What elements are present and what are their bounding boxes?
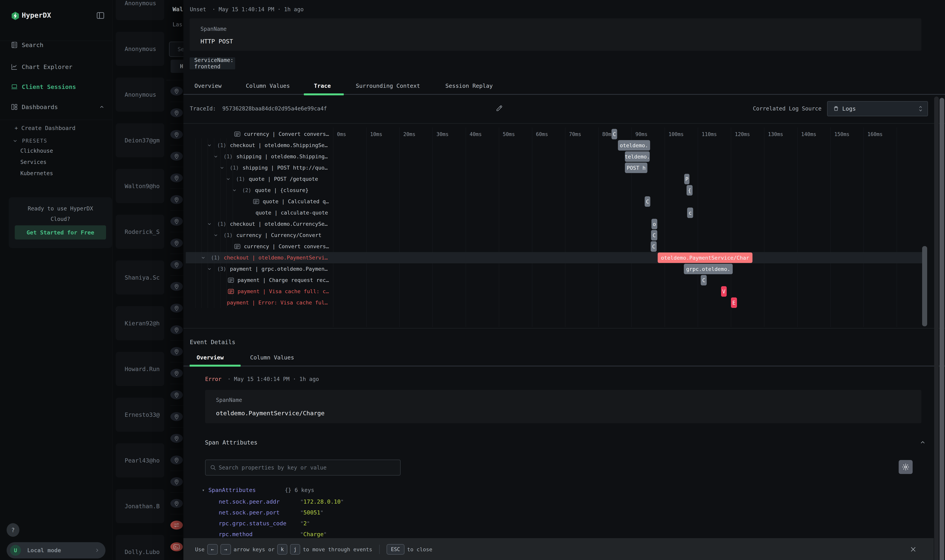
service-name-chip[interactable]: ServiceName: frontend	[190, 57, 235, 69]
chevron-down-icon[interactable]	[219, 165, 225, 170]
trace-span-bar[interactable]: V	[721, 286, 727, 297]
session-card[interactable]: Dolly.Lubo	[116, 535, 164, 560]
trace-tree-row[interactable]: quote | {closure}	[255, 187, 308, 193]
location-pin-button[interactable]	[170, 87, 183, 95]
trace-span-bar[interactable]: C	[651, 241, 657, 252]
location-pin-button[interactable]	[170, 499, 183, 508]
event-tab-column-values[interactable]: Column Values	[250, 354, 294, 361]
trace-span-bar[interactable]: C	[612, 129, 617, 139]
location-pin-button[interactable]	[170, 217, 183, 226]
tab-session-replay[interactable]: Session Replay	[446, 83, 493, 89]
sidebar-item-client-sessions[interactable]: Client Sessions	[0, 78, 113, 95]
attribute-row[interactable]: rpc.method"Charge"	[219, 531, 327, 537]
location-pin-button[interactable]	[170, 434, 183, 443]
presets-row[interactable]: PRESETS	[12, 138, 47, 144]
trace-tree-row[interactable]: payment | grpc.oteldemo.Paymen…	[230, 266, 328, 272]
get-started-button[interactable]: Get Started for Free	[15, 225, 106, 240]
trace-tree-row[interactable]: currency | Convert convers…	[244, 243, 329, 249]
underlay-search-input[interactable]: Sea	[169, 42, 183, 57]
trace-scrollbar[interactable]	[922, 246, 927, 326]
chevron-down-icon[interactable]	[213, 233, 218, 238]
attributes-settings-button[interactable]	[899, 460, 913, 474]
location-pin-button[interactable]	[170, 174, 183, 182]
location-pin-button[interactable]	[170, 130, 183, 139]
location-pin-button[interactable]	[170, 477, 183, 486]
j-key[interactable]: j	[290, 544, 300, 555]
session-card[interactable]: Anonymous	[116, 77, 164, 112]
tab-surrounding-context[interactable]: Surrounding Context	[356, 83, 420, 89]
trace-tree-row[interactable]: payment | Error: Visa cache ful…	[227, 300, 328, 306]
preset-services[interactable]: Services	[20, 159, 46, 165]
swap-arrows-icon-button[interactable]	[170, 521, 183, 529]
chevron-down-icon[interactable]	[213, 154, 218, 159]
esc-key[interactable]: ESC	[387, 544, 404, 555]
trace-span-bar[interactable]: C	[645, 196, 650, 207]
trace-tree-row[interactable]: quote | POST /getquote	[249, 176, 318, 182]
trace-tree-row[interactable]: quote | calculate-quote	[256, 210, 328, 216]
window-scrollbar[interactable]	[940, 98, 944, 560]
panel-scroll-track[interactable]	[934, 97, 939, 560]
location-pin-button[interactable]	[170, 260, 183, 269]
location-pin-button[interactable]	[170, 412, 183, 421]
trace-span-bar[interactable]: oteldemo.	[618, 140, 650, 151]
trace-tree-row[interactable]: shipping | oteldemo.Shipping…	[236, 154, 328, 160]
session-card[interactable]: Roderick_S	[116, 215, 164, 249]
location-pin-button[interactable]	[170, 369, 183, 378]
chevron-down-icon[interactable]	[226, 177, 231, 182]
trace-span-bar[interactable]: o	[651, 219, 657, 229]
session-card[interactable]: Anonymous	[116, 32, 164, 66]
create-dashboard-button[interactable]: + Create Dashboard	[15, 125, 76, 131]
chevron-down-icon[interactable]	[232, 188, 237, 193]
trace-span-bar[interactable]: {	[686, 185, 692, 195]
trace-tree-row[interactable]: payment | Charge request rec…	[237, 277, 329, 283]
location-pin-button[interactable]	[170, 347, 183, 356]
log-source-select[interactable]: Logs	[827, 101, 928, 116]
trace-span-bar[interactable]: C	[651, 230, 657, 240]
sidebar-item-search[interactable]: Search	[0, 36, 113, 54]
trace-tree-row[interactable]: shipping | POST http://quo…	[242, 165, 328, 171]
location-pin-button[interactable]	[170, 325, 183, 334]
arrow-right-key[interactable]: →	[220, 544, 231, 555]
location-pin-button[interactable]	[170, 195, 183, 204]
location-pin-button[interactable]	[170, 108, 183, 117]
attributes-search-input[interactable]: Search properties by key or value	[205, 460, 401, 475]
trace-tree-row[interactable]: checkout | oteldemo.PaymentServi…	[224, 255, 328, 261]
location-pin-button[interactable]	[170, 391, 183, 399]
session-card[interactable]: Deion37@gm	[116, 123, 164, 157]
trace-tree-row[interactable]: payment | Visa cache full: c…	[237, 288, 329, 294]
location-pin-button[interactable]	[170, 304, 183, 312]
trace-span-bar[interactable]: POST h	[625, 163, 647, 173]
attributes-root-row[interactable]: ▾ SpanAttributes {} 6 keys	[202, 487, 314, 493]
chevron-down-icon[interactable]	[201, 255, 206, 260]
session-card[interactable]: Shaniya.Sc	[116, 260, 164, 295]
sidebar-item-dashboards[interactable]: Dashboards	[0, 98, 113, 116]
arrow-left-key[interactable]: ←	[207, 544, 218, 555]
local-mode-button[interactable]: U Local mode	[6, 542, 105, 558]
trace-tree-row[interactable]: checkout | oteldemo.CurrencySe…	[230, 221, 328, 227]
chevron-down-icon[interactable]	[207, 266, 212, 271]
help-button[interactable]: ?	[6, 523, 19, 537]
attribute-row[interactable]: rpc.grpc.status_code"2"	[219, 520, 310, 527]
session-card[interactable]: Anonymous	[116, 0, 164, 20]
trace-span-bar[interactable]: grpc.oteldemo.	[684, 264, 732, 274]
edit-trace-id-icon[interactable]	[496, 105, 503, 112]
attribute-row[interactable]: net.sock.peer.addr"172.28.0.10"	[219, 498, 344, 505]
k-key[interactable]: k	[277, 544, 287, 555]
attribute-row[interactable]: net.sock.peer.port"50051"	[219, 509, 324, 516]
terminal-icon-button[interactable]	[170, 542, 183, 551]
trace-tree-row[interactable]: currency | Convert convers…	[244, 131, 329, 137]
close-panel-button[interactable]	[910, 546, 917, 553]
chevron-down-icon[interactable]	[207, 143, 212, 148]
session-card[interactable]: Walton9@ho	[116, 169, 164, 203]
tab-trace[interactable]: Trace	[314, 83, 331, 89]
trace-span-bar[interactable]: oteldemo.PaymentService/Char	[658, 252, 752, 263]
collapse-section-icon[interactable]	[919, 439, 926, 446]
underlay-chip[interactable]: H	[171, 60, 183, 73]
location-pin-button[interactable]	[170, 282, 183, 291]
tab-column-values[interactable]: Column Values	[246, 83, 290, 89]
trace-tree-row[interactable]: checkout | oteldemo.ShippingSe…	[230, 142, 328, 148]
location-pin-button[interactable]	[170, 152, 183, 161]
trace-span-bar[interactable]: E	[731, 297, 737, 308]
trace-span-bar[interactable]: P	[684, 174, 689, 184]
session-card[interactable]: Kieran92@h	[116, 306, 164, 340]
